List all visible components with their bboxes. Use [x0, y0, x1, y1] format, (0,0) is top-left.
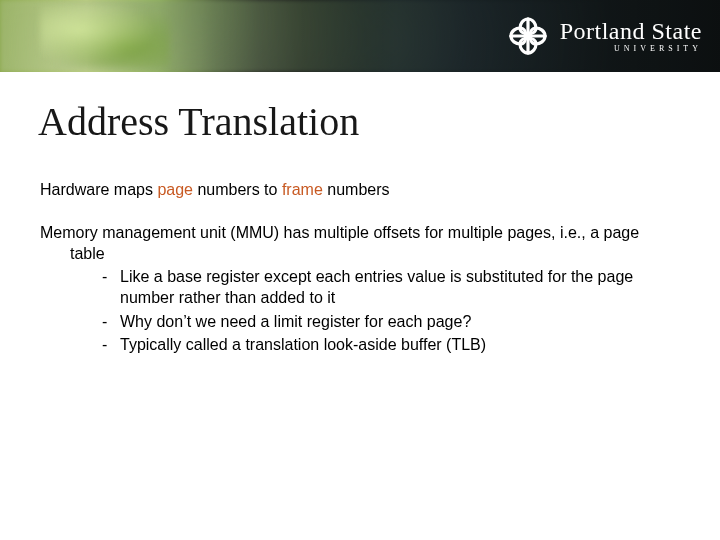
psu-logo-name: Portland State	[560, 19, 702, 43]
slide-body: Hardware maps page numbers to frame numb…	[40, 179, 680, 355]
p1-highlight-frame: frame	[282, 181, 323, 198]
bullet-item: - Like a base register except each entri…	[102, 266, 680, 308]
paragraph-2: Memory management unit (MMU) has multipl…	[40, 222, 680, 355]
psu-logo-icon	[508, 16, 548, 56]
p1-text-a: Hardware maps	[40, 181, 157, 198]
psu-logo: Portland State UNIVERSITY	[508, 10, 702, 62]
p1-text-c: numbers to	[193, 181, 282, 198]
paragraph-1: Hardware maps page numbers to frame numb…	[40, 179, 680, 200]
p1-text-e: numbers	[323, 181, 390, 198]
psu-logo-text: Portland State UNIVERSITY	[560, 19, 702, 53]
bullet-dash: -	[102, 334, 120, 355]
bullet-text-1: Like a base register except each entries…	[120, 266, 640, 308]
bullet-text-2: Why don’t we need a limit register for e…	[120, 311, 471, 332]
bullet-text-3: Typically called a translation look-asid…	[120, 334, 486, 355]
slide-title: Address Translation	[38, 98, 720, 145]
bullet-dash: -	[102, 266, 120, 308]
bullet-item: - Typically called a translation look-as…	[102, 334, 680, 355]
p1-highlight-page: page	[157, 181, 193, 198]
psu-logo-sub: UNIVERSITY	[560, 45, 702, 53]
banner-foliage	[40, 4, 170, 68]
slide: Portland State UNIVERSITY Address Transl…	[0, 0, 720, 540]
p2-text: Memory management unit (MMU) has multipl…	[40, 222, 660, 264]
bullet-list: - Like a base register except each entri…	[40, 266, 680, 354]
header-banner: Portland State UNIVERSITY	[0, 0, 720, 72]
bullet-item: - Why don’t we need a limit register for…	[102, 311, 680, 332]
bullet-dash: -	[102, 311, 120, 332]
